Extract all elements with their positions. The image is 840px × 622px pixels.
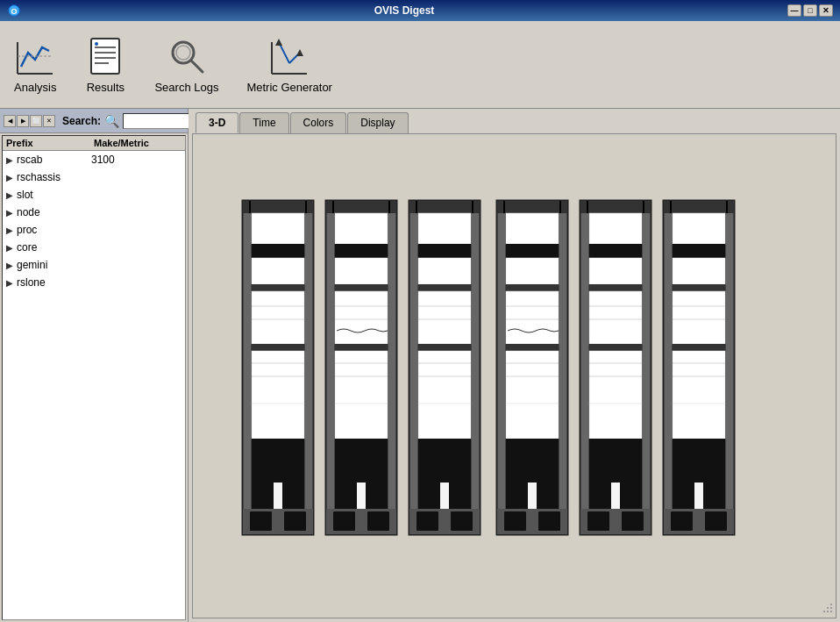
svg-rect-64	[335, 439, 388, 483]
tree-arrow-rscab: ▶	[6, 155, 13, 165]
tree-name-slot: slot	[17, 189, 91, 201]
svg-rect-78	[418, 251, 471, 258]
search-label: Search:	[62, 115, 101, 127]
svg-rect-97	[559, 201, 567, 534]
close-button[interactable]: ✕	[819, 4, 833, 17]
sb-btn-2[interactable]: ▶	[17, 115, 29, 127]
svg-rect-47	[388, 201, 396, 534]
svg-rect-144	[622, 511, 644, 531]
svg-rect-81	[418, 291, 471, 344]
resize-handle[interactable]	[822, 604, 832, 614]
sb-btn-4[interactable]: ✕	[43, 115, 55, 127]
svg-rect-21	[243, 201, 252, 534]
search-bar: ◀ ▶ ⬜ ✕ Search: 🔍	[0, 109, 188, 133]
toolbar-item-results[interactable]: Results	[77, 32, 133, 97]
tree-value-rscab: 3100	[91, 154, 115, 166]
svg-rect-35	[252, 351, 304, 404]
tab-display[interactable]: Display	[347, 112, 408, 133]
search-icon: 🔍	[104, 114, 119, 128]
toolbar-item-search-logs[interactable]: Search Logs	[147, 32, 225, 97]
svg-rect-77	[418, 244, 471, 251]
analysis-label: Analysis	[14, 81, 56, 94]
tab-time[interactable]: Time	[239, 112, 288, 133]
tree-row-rschassis[interactable]: ▶ rschassis	[3, 168, 185, 186]
svg-rect-30	[252, 284, 304, 291]
tab-colors[interactable]: Colors	[290, 112, 347, 133]
right-panel: 3-D Time Colors Display	[189, 109, 840, 622]
app-icon: O	[7, 4, 21, 18]
svg-rect-109	[506, 344, 559, 351]
metric-generator-icon	[268, 35, 310, 77]
svg-rect-147	[725, 201, 734, 534]
svg-rect-127	[589, 244, 642, 251]
svg-rect-43	[250, 511, 272, 531]
svg-rect-34	[252, 344, 304, 351]
svg-rect-96	[497, 201, 506, 534]
tree-view: Prefix Make/Metric ▶ rscab 3100 ▶ rschas…	[2, 135, 186, 620]
svg-rect-91	[449, 483, 471, 509]
svg-line-12	[191, 61, 203, 72]
svg-rect-135	[589, 351, 642, 404]
svg-rect-102	[506, 244, 559, 251]
svg-rect-153	[673, 251, 725, 258]
svg-rect-165	[673, 483, 694, 509]
svg-rect-23	[243, 201, 313, 213]
svg-rect-121	[580, 201, 589, 534]
svg-rect-27	[252, 244, 304, 251]
svg-rect-53	[335, 251, 388, 258]
svg-rect-134	[589, 344, 642, 351]
tree-arrow-node: ▶	[6, 208, 13, 218]
results-label: Results	[87, 81, 125, 94]
svg-rect-106	[506, 291, 559, 344]
tree-arrow-proc: ▶	[6, 225, 13, 235]
sb-btn-1[interactable]: ◀	[4, 115, 16, 127]
tree-row-core[interactable]: ▶ core	[3, 239, 185, 256]
svg-rect-48	[326, 201, 396, 213]
svg-rect-51	[335, 213, 388, 244]
svg-rect-126	[589, 213, 642, 244]
svg-rect-29	[252, 258, 304, 284]
svg-rect-129	[589, 258, 642, 284]
svg-rect-128	[589, 251, 642, 258]
window-controls: — □ ✕	[787, 4, 833, 17]
svg-rect-88	[418, 404, 471, 439]
tab-3d[interactable]: 3-D	[196, 112, 238, 133]
svg-rect-89	[418, 439, 471, 483]
svg-rect-94	[451, 511, 473, 531]
sb-btn-3[interactable]: ⬜	[30, 115, 42, 127]
maximize-button[interactable]: □	[803, 4, 817, 17]
svg-rect-71	[409, 201, 418, 534]
tree-header: Prefix Make/Metric	[3, 136, 185, 151]
svg-rect-72	[471, 201, 480, 534]
svg-rect-168	[671, 511, 693, 531]
left-panel: ◀ ▶ ⬜ ✕ Search: 🔍 Prefix Make/Metric ▶ r…	[0, 109, 189, 622]
tree-row-rscab[interactable]: ▶ rscab 3100	[3, 151, 185, 168]
svg-rect-98	[497, 201, 567, 213]
tree-row-slot[interactable]: ▶ slot	[3, 186, 185, 204]
svg-rect-26	[252, 213, 304, 244]
svg-marker-18	[275, 39, 282, 46]
tree-name-core: core	[17, 241, 91, 254]
analysis-icon	[14, 35, 56, 77]
title-bar: O OVIS Digest — □ ✕	[0, 0, 840, 21]
svg-rect-66	[366, 483, 388, 509]
svg-rect-160	[673, 351, 725, 404]
tree-row-node[interactable]: ▶ node	[3, 204, 185, 221]
tree-row-gemini[interactable]: ▶ gemini	[3, 256, 185, 274]
svg-point-13	[176, 46, 190, 60]
svg-rect-123	[580, 201, 651, 213]
tree-name-rscab: rscab	[17, 154, 91, 166]
toolbar-item-metric-generator[interactable]: Metric Generator	[239, 32, 339, 97]
svg-rect-116	[537, 483, 559, 509]
svg-rect-68	[333, 511, 355, 531]
tree-row-proc[interactable]: ▶ proc	[3, 221, 185, 239]
svg-rect-122	[642, 201, 651, 534]
svg-rect-114	[506, 439, 559, 483]
tree-name-rschassis: rschassis	[17, 171, 91, 183]
svg-rect-119	[538, 511, 560, 531]
minimize-button[interactable]: —	[787, 4, 801, 17]
toolbar-item-analysis[interactable]: Analysis	[7, 32, 63, 97]
tree-row-rslone[interactable]: ▶ rslone	[3, 274, 185, 291]
svg-rect-63	[335, 404, 388, 439]
tab-bar: 3-D Time Colors Display	[189, 109, 840, 133]
